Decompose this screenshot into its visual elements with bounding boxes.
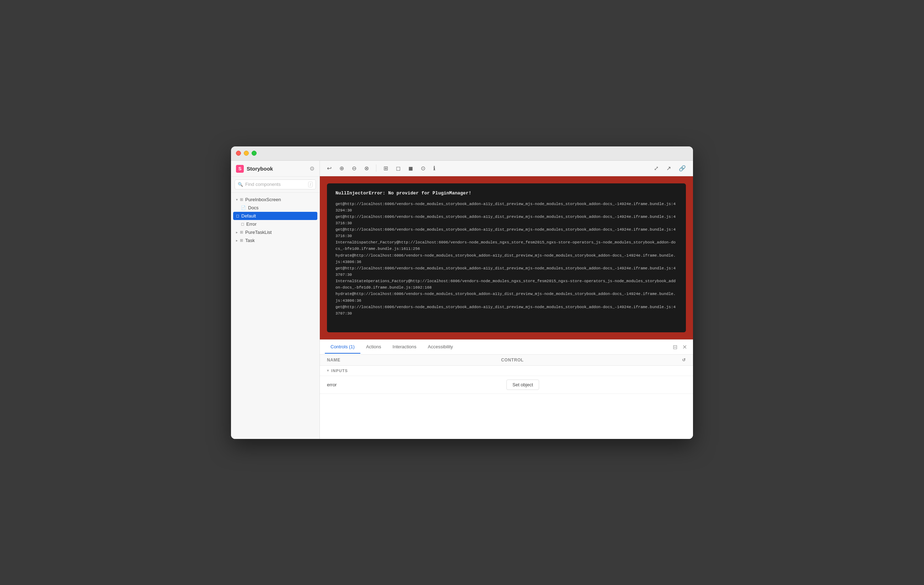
grid-button[interactable]: ⊞ [381, 164, 390, 173]
error-stack: get@http://localhost:6006/vendors-node_m… [335, 201, 677, 317]
table-header: Name Control ↺ [320, 355, 693, 366]
search-placeholder: Find components [245, 182, 306, 187]
tab-actions[interactable]: Actions [360, 340, 387, 354]
panel-layout-button[interactable]: ⊟ [672, 343, 678, 352]
control-value: Set object [507, 380, 686, 390]
search-shortcut: / [308, 182, 313, 187]
section-inputs: ▾ INPUTS [320, 366, 693, 376]
controls-table: Name Control ↺ ▾ INPUTS error Set object [320, 355, 693, 439]
traffic-lights [236, 151, 257, 156]
column-header-control: Control [501, 357, 675, 362]
maximize-button[interactable] [252, 151, 257, 156]
sidebar-item-pure-inbox-screen[interactable]: ▾ ⊞ PureInboxScreen [231, 195, 320, 204]
story-icon: ◻ [236, 213, 239, 218]
external-link-button[interactable]: ↗ [664, 164, 673, 173]
titlebar [231, 146, 693, 160]
chevron-down-icon: ▾ [236, 198, 238, 202]
sidebar-item-task[interactable]: ▸ ⊞ Task [231, 236, 320, 245]
tab-accessibility[interactable]: Accessibility [422, 340, 459, 354]
tab-interactions[interactable]: Interactions [387, 340, 422, 354]
sidebar-item-label: Task [245, 238, 255, 243]
expand-button[interactable]: ⤢ [652, 164, 661, 173]
chevron-right-icon: ▸ [236, 230, 238, 234]
reset-button[interactable]: ↩ [325, 164, 334, 173]
close-button[interactable] [236, 151, 241, 156]
sidebar-item-label: Default [241, 213, 256, 218]
sidebar-item-pure-task-list[interactable]: ▸ ⊞ PureTaskList [231, 228, 320, 236]
separator [376, 165, 376, 172]
sidebar: S Storybook ⚙ 🔍 Find components / ▾ ⊞ Pu… [231, 160, 320, 439]
search-container: 🔍 Find components / [231, 177, 320, 193]
docs-icon: 📄 [241, 205, 246, 210]
sidebar-header: S Storybook ⚙ [231, 160, 320, 177]
sidebar-item-label: PureInboxScreen [245, 197, 281, 202]
storybook-logo-icon: S [236, 165, 244, 173]
nav-tree: ▾ ⊞ PureInboxScreen 📄 Docs ◻ Default ◻ E… [231, 193, 320, 247]
search-box[interactable]: 🔍 Find components / [234, 180, 316, 189]
control-name: error [327, 382, 507, 387]
collapse-icon[interactable]: ▾ [327, 369, 329, 372]
toolbar: ↩ ⊕ ⊖ ⊗ ⊞ ◻ ◼ ⊙ ℹ ⤢ ↗ 🔗 [320, 160, 693, 176]
panel-close-button[interactable]: ✕ [681, 343, 688, 352]
section-label-text: INPUTS [331, 369, 348, 373]
panel-tab-icons: ⊟ ✕ [672, 343, 688, 352]
sidebar-item-label: PureTaskList [245, 230, 272, 235]
tab-controls[interactable]: Controls (1) [325, 340, 360, 354]
zoom-out-button[interactable]: ⊖ [350, 164, 358, 173]
app-name: Storybook [247, 165, 273, 172]
preview-area: NullInjectorError: No provider for Plugi… [320, 176, 693, 339]
minimize-button[interactable] [244, 151, 249, 156]
sidebar-item-default[interactable]: ◻ Default [233, 212, 317, 220]
sidebar-item-error[interactable]: ◻ Error [231, 220, 320, 228]
reset-all-icon[interactable]: ↺ [675, 357, 686, 362]
main-layout: S Storybook ⚙ 🔍 Find components / ▾ ⊞ Pu… [231, 160, 693, 439]
chevron-right-icon: ▸ [236, 238, 238, 242]
sidebar-item-label: Docs [248, 205, 259, 210]
component-icon: ⊞ [240, 230, 243, 235]
story-icon: ◻ [241, 222, 244, 226]
link-button[interactable]: 🔗 [676, 164, 688, 173]
error-title: NullInjectorError: No provider for Plugi… [335, 190, 677, 196]
background-button[interactable]: ◻ [394, 164, 403, 173]
column-header-name: Name [327, 357, 501, 362]
component-icon: ⊞ [240, 238, 243, 243]
sidebar-logo: S Storybook [236, 165, 273, 173]
table-row: error Set object [320, 376, 693, 394]
set-object-button[interactable]: Set object [507, 380, 539, 390]
sidebar-item-label: Error [246, 221, 257, 227]
zoom-reset-button[interactable]: ⊗ [362, 164, 371, 173]
panel-tabs: Controls (1) Actions Interactions Access… [320, 340, 693, 355]
settings-icon[interactable]: ⚙ [310, 165, 315, 172]
viewport-button[interactable]: ⊙ [419, 164, 427, 173]
toolbar-right: ⤢ ↗ 🔗 [652, 164, 688, 173]
sidebar-item-docs[interactable]: 📄 Docs [231, 204, 320, 212]
zoom-in-button[interactable]: ⊕ [337, 164, 346, 173]
search-icon: 🔍 [238, 182, 243, 187]
outline-button[interactable]: ◼ [406, 164, 415, 173]
error-container: NullInjectorError: No provider for Plugi… [327, 183, 686, 332]
app-window: S Storybook ⚙ 🔍 Find components / ▾ ⊞ Pu… [231, 146, 693, 439]
bottom-panel: Controls (1) Actions Interactions Access… [320, 339, 693, 439]
content-area: ↩ ⊕ ⊖ ⊗ ⊞ ◻ ◼ ⊙ ℹ ⤢ ↗ 🔗 NullInjectorE [320, 160, 693, 439]
component-icon: ⊞ [240, 197, 243, 202]
info-button[interactable]: ℹ [431, 164, 437, 173]
